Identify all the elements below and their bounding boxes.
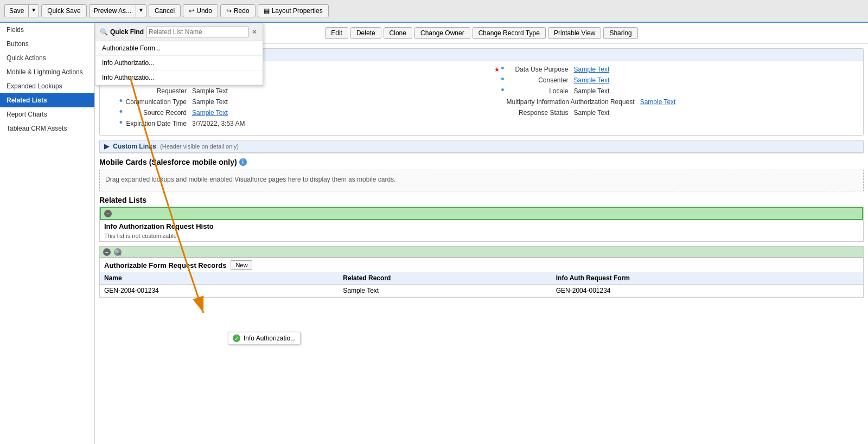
custom-links-note: (Header visible on detail only) xyxy=(160,143,239,150)
custom-links-section: ▶ Custom Links (Header visible on detail… xyxy=(99,140,864,153)
toolbar: Save ▼ Quick Save Preview As... ▼ Cancel… xyxy=(0,0,868,23)
field-value-requester: Sample Text xyxy=(192,87,228,95)
table-header-related-record: Related Record xyxy=(339,272,551,285)
qf-item-info-auth-2[interactable]: Info Authorizatio... xyxy=(95,70,263,85)
related-lists-section-title: Related Lists xyxy=(99,196,864,204)
layout-properties-label: Layout Properties xyxy=(272,7,323,15)
auth-form-table: Name Related Record Info Auth Request Fo… xyxy=(100,272,863,297)
mobile-cards-info-icon[interactable]: i xyxy=(239,158,247,166)
sidebar-item-fields[interactable]: Fields xyxy=(0,23,94,37)
field-value-comm-type: Sample Text xyxy=(192,98,228,106)
field-label-response-status: Response Status xyxy=(507,109,572,117)
qf-item-authorizable-form[interactable]: Authorizable Form... xyxy=(95,41,263,56)
field-label-expiration: Expiration Date Time xyxy=(125,120,190,127)
change-owner-button[interactable]: Change Owner xyxy=(414,27,470,39)
field-row-consenter: • Consenter Sample Text xyxy=(488,76,857,84)
auth-form-records-header: Authorizable Form Request Records xyxy=(104,261,226,269)
quick-find-header: 🔍 Quick Find ✕ xyxy=(95,23,263,41)
save-main-button[interactable]: Save xyxy=(4,4,28,17)
drag-tooltip-check-icon: ✓ xyxy=(233,334,240,342)
field-row-source-record: • Source Record Sample Text xyxy=(106,109,475,117)
edit-button[interactable]: Edit xyxy=(325,27,348,39)
save-arrow-button[interactable]: ▼ xyxy=(28,4,39,17)
sidebar-item-buttons[interactable]: Buttons xyxy=(0,37,94,51)
printable-view-button[interactable]: Printable View xyxy=(548,27,602,39)
info-right-col: ★• Data Use Purpose Sample Text • Consen… xyxy=(482,61,864,135)
sidebar: Fields Buttons Quick Actions Mobile & Li… xyxy=(0,23,95,444)
sharing-button[interactable]: Sharing xyxy=(603,27,637,39)
field-value-source-record: Sample Text xyxy=(192,109,228,117)
custom-links-title: Custom Links xyxy=(113,143,156,150)
sidebar-item-mobile-lightning[interactable]: Mobile & Lightning Actions xyxy=(0,65,94,79)
change-record-type-button[interactable]: Change Record Type xyxy=(473,27,546,39)
mobile-cards-section: Mobile Cards (Salesforce mobile only) i … xyxy=(99,158,864,191)
field-row-data-use: ★• Data Use Purpose Sample Text xyxy=(488,66,857,73)
rl-minus-icon-2[interactable]: − xyxy=(103,248,111,256)
field-value-multiparty: Sample Text xyxy=(640,98,676,106)
sidebar-item-related-lists[interactable]: Related Lists xyxy=(0,93,94,107)
field-row-locale: • Locale Sample Text xyxy=(488,87,857,95)
delete-button[interactable]: Delete xyxy=(350,27,381,39)
quick-find-label: Quick Find xyxy=(110,28,144,36)
field-value-response-status: Sample Text xyxy=(574,109,610,117)
table-cell-name: GEN-2004-001234 xyxy=(100,285,339,297)
field-row-comm-type: • Communication Type Sample Text xyxy=(106,98,475,106)
field-label-data-use: Data Use Purpose xyxy=(507,66,572,73)
field-label-source-record: Source Record xyxy=(125,109,190,117)
drag-tooltip-text: Info Authorizatio... xyxy=(244,334,296,342)
table-cell-info-auth: GEN-2004-001234 xyxy=(552,285,863,297)
field-label-requester: Requester xyxy=(125,87,190,95)
dot-comm-type: • xyxy=(119,96,123,106)
redo-button[interactable]: ↪ Redo xyxy=(220,4,256,17)
quick-save-button[interactable]: Quick Save xyxy=(41,4,86,17)
preview-as-split-button[interactable]: Preview As... ▼ xyxy=(89,4,146,17)
table-header-info-auth: Info Auth Request Form xyxy=(552,272,863,285)
preview-as-arrow-button[interactable]: ▼ xyxy=(136,4,146,17)
mobile-cards-title: Mobile Cards (Salesforce mobile only) i xyxy=(99,158,864,166)
new-button-auth-form[interactable]: New xyxy=(231,260,252,270)
redo-icon: ↪ xyxy=(226,7,232,15)
undo-button[interactable]: ↩ Undo xyxy=(183,4,218,17)
redo-label: Redo xyxy=(234,7,250,15)
related-list-info-auth-history: − Info Authorization Request Histo This … xyxy=(99,207,864,242)
sidebar-item-expanded-lookups[interactable]: Expanded Lookups xyxy=(0,79,94,93)
clone-button[interactable]: Clone xyxy=(384,27,412,39)
mobile-cards-drop-zone[interactable]: Drag expanded lookups and mobile enabled… xyxy=(99,170,864,191)
mobile-cards-drop-text: Drag expanded lookups and mobile enabled… xyxy=(105,176,395,183)
dot-data-use: • xyxy=(501,63,504,73)
field-value-data-use: Sample Text xyxy=(574,66,610,73)
info-auth-history-header: Info Authorization Request Histo xyxy=(100,220,863,233)
cancel-button[interactable]: Cancel xyxy=(149,4,181,17)
mobile-cards-label: Mobile Cards (Salesforce mobile only) xyxy=(99,158,237,166)
quick-find-panel: 🔍 Quick Find ✕ Authorizable Form... Info… xyxy=(95,23,263,86)
search-icon: 🔍 xyxy=(100,28,108,36)
qf-item-info-auth-1[interactable]: Info Authorizatio... xyxy=(95,56,263,70)
custom-links-toggle[interactable]: ▶ xyxy=(104,143,109,150)
sidebar-item-tableau-crm[interactable]: Tableau CRM Assets xyxy=(0,121,94,136)
info-auth-history-subtext: This list is not customizable xyxy=(100,233,863,241)
field-row-multiparty: Multiparty Information Authorization Req… xyxy=(488,98,857,106)
undo-label: Undo xyxy=(196,7,212,15)
content-area: Edit Delete Clone Change Owner Change Re… xyxy=(95,23,868,444)
quick-find-clear[interactable]: ✕ xyxy=(251,28,258,36)
rl-search-icon-2[interactable]: 🔍 xyxy=(114,248,122,256)
save-split-button[interactable]: Save ▼ xyxy=(4,4,39,17)
dot-source-record: • xyxy=(119,107,123,117)
related-list-bar-info-auth: − xyxy=(100,207,863,220)
quick-find-input[interactable] xyxy=(146,27,248,37)
preview-as-main-button[interactable]: Preview As... xyxy=(89,4,136,17)
field-label-comm-type: Communication Type xyxy=(125,98,190,106)
field-label-locale: Locale xyxy=(507,87,572,95)
field-label-consenter: Consenter xyxy=(507,76,572,84)
table-cell-related-record: Sample Text xyxy=(339,285,551,297)
sidebar-item-quick-actions[interactable]: Quick Actions xyxy=(0,51,94,65)
auth-form-title-bar: Authorizable Form Request Records New xyxy=(100,258,863,272)
field-row-expiration: • Expiration Date Time 3/7/2022, 3:53 AM xyxy=(106,120,475,127)
layout-properties-button[interactable]: ▦ Layout Properties xyxy=(258,4,329,17)
field-row-response-status: Response Status Sample Text xyxy=(488,109,857,117)
field-label-multiparty: Multiparty Information Authorization Req… xyxy=(507,98,638,106)
rl-minus-icon-1[interactable]: − xyxy=(104,210,112,217)
sidebar-item-report-charts[interactable]: Report Charts xyxy=(0,107,94,121)
custom-links-header: ▶ Custom Links (Header visible on detail… xyxy=(100,140,863,153)
dot-locale: • xyxy=(501,85,504,95)
